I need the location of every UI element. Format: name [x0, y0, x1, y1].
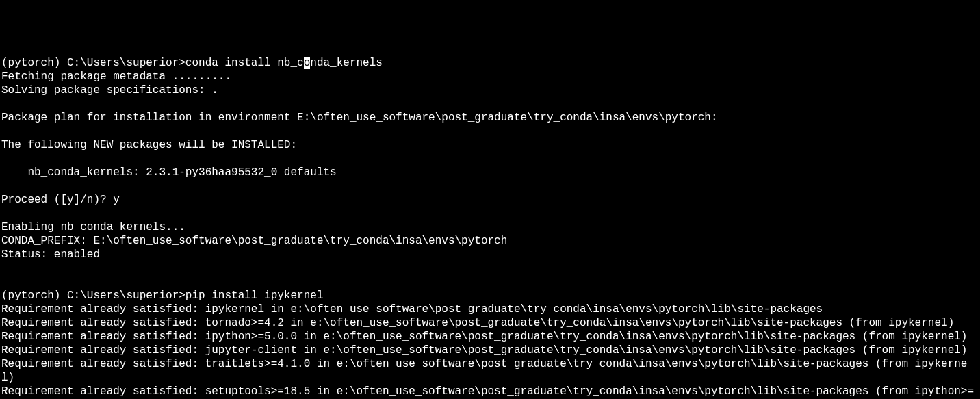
terminal-line: Requirement already satisfied: jupyter-c… — [1, 344, 980, 357]
command-text: conda install nb_c — [185, 57, 304, 69]
prompt-text: (pytorch) C:\Users\superior> — [1, 289, 185, 302]
terminal-line: Proceed ([y]/n)? y — [1, 193, 980, 207]
cursor: o — [304, 57, 311, 69]
terminal-line: Requirement already satisfied: ipykernel… — [1, 303, 980, 316]
terminal-line: Requirement already satisfied: ipython>=… — [1, 330, 980, 344]
command-text: nda_kernels — [310, 57, 383, 69]
terminal-line: Status: enabled — [1, 248, 980, 261]
terminal-line — [1, 97, 980, 111]
terminal-line: The following NEW packages will be INSTA… — [1, 138, 980, 152]
terminal-line: Fetching package metadata ......... — [1, 70, 980, 83]
terminal-line: CONDA_PREFIX: E:\often_use_software\post… — [1, 234, 980, 248]
terminal-line: (pytorch) C:\Users\superior>pip install … — [1, 289, 980, 303]
terminal-line: Requirement already satisfied: setuptool… — [1, 385, 980, 399]
terminal-line: Enabling nb_conda_kernels... — [1, 220, 980, 234]
terminal-line — [1, 179, 980, 193]
terminal-line — [1, 261, 980, 275]
terminal-line — [1, 125, 980, 138]
terminal-line: Requirement already satisfied: traitlets… — [1, 357, 980, 385]
command-text: pip install ipykernel — [185, 289, 324, 302]
terminal-line — [1, 207, 980, 220]
terminal-line: nb_conda_kernels: 2.3.1-py36haa95532_0 d… — [1, 166, 980, 179]
terminal-line — [1, 275, 980, 289]
terminal-line: (pytorch) C:\Users\superior>conda instal… — [1, 56, 980, 70]
terminal-output[interactable]: (pytorch) C:\Users\superior>conda instal… — [1, 56, 980, 399]
terminal-line: Requirement already satisfied: tornado>=… — [1, 316, 980, 330]
terminal-line: Solving package specifications: . — [1, 83, 980, 97]
terminal-line — [1, 152, 980, 166]
terminal-line: Package plan for installation in environ… — [1, 111, 980, 125]
prompt-text: (pytorch) C:\Users\superior> — [1, 57, 185, 69]
